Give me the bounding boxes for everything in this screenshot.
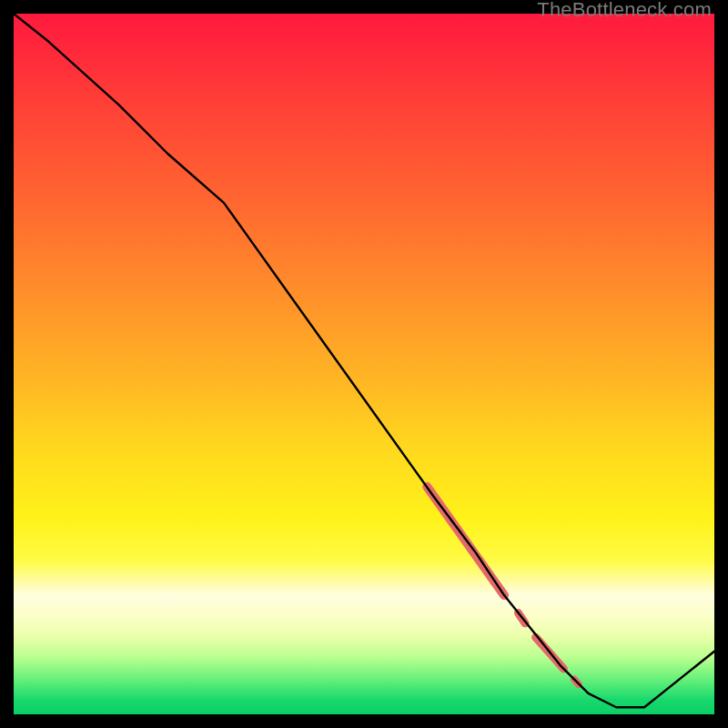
chart-overlay: [14, 14, 714, 714]
bottleneck-curve: [14, 14, 714, 707]
chart-frame: [14, 14, 714, 714]
watermark-label: TheBottleneck.com: [537, 0, 712, 22]
